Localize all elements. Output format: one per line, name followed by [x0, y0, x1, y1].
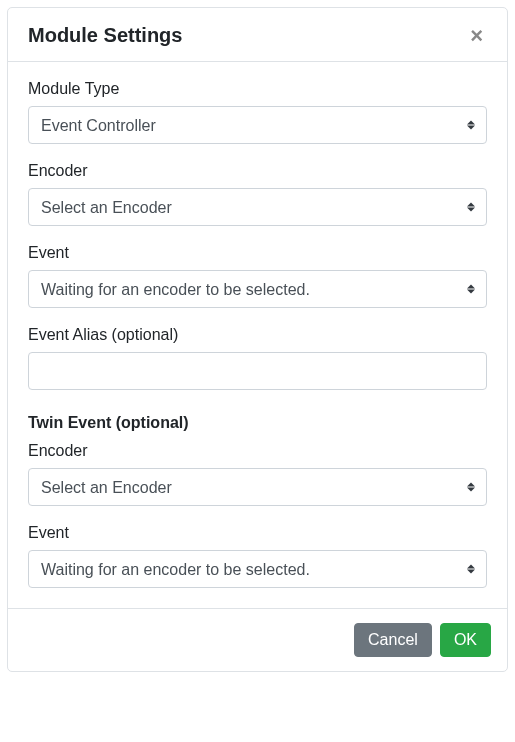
- module-settings-modal: Module Settings × Module Type Event Cont…: [7, 7, 508, 672]
- encoder-select-wrapper: Select an Encoder: [28, 188, 487, 226]
- module-type-group: Module Type Event Controller: [28, 80, 487, 144]
- twin-event-group: Event Waiting for an encoder to be selec…: [28, 524, 487, 588]
- ok-button[interactable]: OK: [440, 623, 491, 657]
- event-alias-group: Event Alias (optional): [28, 326, 487, 390]
- event-group: Event Waiting for an encoder to be selec…: [28, 244, 487, 308]
- twin-event-select[interactable]: Waiting for an encoder to be selected.: [28, 550, 487, 588]
- module-type-label: Module Type: [28, 80, 487, 98]
- encoder-label: Encoder: [28, 162, 487, 180]
- twin-event-label: Event: [28, 524, 487, 542]
- event-alias-label: Event Alias (optional): [28, 326, 487, 344]
- modal-title: Module Settings: [28, 24, 182, 47]
- module-type-select-wrapper: Event Controller: [28, 106, 487, 144]
- twin-event-select-wrapper: Waiting for an encoder to be selected.: [28, 550, 487, 588]
- encoder-select[interactable]: Select an Encoder: [28, 188, 487, 226]
- event-alias-input[interactable]: [28, 352, 487, 390]
- twin-encoder-group: Encoder Select an Encoder: [28, 442, 487, 506]
- cancel-button[interactable]: Cancel: [354, 623, 432, 657]
- twin-event-section-label: Twin Event (optional): [28, 414, 487, 432]
- close-icon: ×: [470, 23, 483, 48]
- event-label: Event: [28, 244, 487, 262]
- twin-encoder-select-wrapper: Select an Encoder: [28, 468, 487, 506]
- twin-encoder-label: Encoder: [28, 442, 487, 460]
- encoder-group: Encoder Select an Encoder: [28, 162, 487, 226]
- event-select-wrapper: Waiting for an encoder to be selected.: [28, 270, 487, 308]
- close-button[interactable]: ×: [466, 25, 487, 47]
- event-select[interactable]: Waiting for an encoder to be selected.: [28, 270, 487, 308]
- module-type-select[interactable]: Event Controller: [28, 106, 487, 144]
- modal-header: Module Settings ×: [8, 8, 507, 62]
- twin-encoder-select[interactable]: Select an Encoder: [28, 468, 487, 506]
- modal-footer: Cancel OK: [8, 608, 507, 671]
- modal-body: Module Type Event Controller Encoder Sel…: [8, 62, 507, 608]
